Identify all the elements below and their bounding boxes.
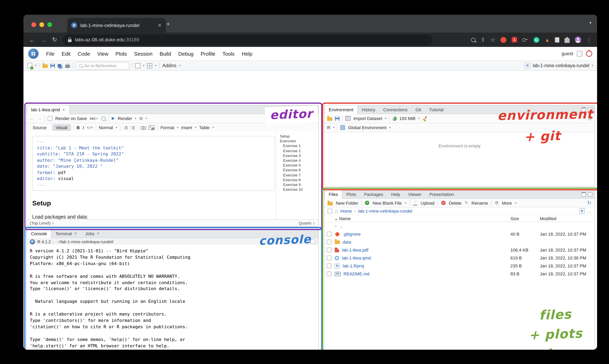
image-icon[interactable] xyxy=(148,125,154,130)
close-tab-icon[interactable]: ✕ xyxy=(158,22,162,28)
upload-button[interactable]: Upload xyxy=(421,200,435,205)
new-tab-button[interactable]: + xyxy=(163,19,173,29)
save-all-icon[interactable] xyxy=(57,64,61,67)
file-checkbox[interactable] xyxy=(327,272,331,276)
menu-item[interactable]: Debug xyxy=(175,49,197,58)
delete-button[interactable]: Delete xyxy=(449,200,462,205)
load-workspace-icon[interactable] xyxy=(327,117,332,121)
sign-out-icon[interactable] xyxy=(577,51,582,56)
file-row[interactable]: .gitignore 40 B Jan 18, 2022, 10:37 PM xyxy=(324,230,595,238)
zoom-window-button[interactable] xyxy=(47,22,52,27)
menu-item[interactable]: Tools xyxy=(219,49,238,58)
addins-chevron-icon[interactable]: ▾ xyxy=(179,64,181,67)
scope-selector[interactable]: (Top Level) ⇕ xyxy=(30,221,54,225)
pane-layout-icon[interactable] xyxy=(147,63,152,68)
bookmark-star-icon[interactable]: ☆ xyxy=(490,37,495,43)
extensions-puzzle-icon[interactable] xyxy=(565,37,570,43)
menu-item[interactable]: Build xyxy=(156,49,175,58)
visual-mode-button[interactable]: Visual xyxy=(53,124,71,131)
profile-avatar[interactable] xyxy=(575,37,581,43)
browser-tab[interactable]: R lab-1-mine-cetinkaya-rundel ✕ xyxy=(67,18,166,33)
new-folder-button[interactable]: New Folder xyxy=(336,200,358,205)
tab-help[interactable]: Help xyxy=(387,190,404,198)
outline-item[interactable]: Exercise 7 xyxy=(280,173,318,177)
format-menu[interactable]: Format xyxy=(160,125,174,130)
project-selector[interactable]: R lab-1-mine-cetinkaya-rundel ▾ xyxy=(525,63,593,68)
file-row[interactable]: lab-1.Rproj 235 B Jan 18, 2022, 10:37 PM xyxy=(324,262,595,270)
memory-usage-label[interactable]: 193 MiB xyxy=(399,116,415,121)
editor-tab[interactable]: lab-1-ikea.qmd ✕ xyxy=(27,105,70,114)
grammarly-extension-icon[interactable]: G xyxy=(533,37,539,43)
close-editor-tab-icon[interactable]: ✕ xyxy=(62,107,66,112)
bullet-list-icon[interactable] xyxy=(123,126,127,129)
outline-item-setup[interactable]: Setup xyxy=(280,134,318,139)
menu-item[interactable]: Help xyxy=(238,49,256,58)
file-checkbox[interactable] xyxy=(327,232,331,236)
column-modified[interactable]: Modified xyxy=(540,216,595,221)
file-row[interactable]: lab-1-ikea.pdf 106.4 KB Jan 18, 2022, 10… xyxy=(324,246,595,254)
file-row[interactable]: data xyxy=(324,238,595,246)
import-dataset-chevron-icon[interactable]: ▾ xyxy=(385,117,386,120)
menu-item[interactable]: Profile xyxy=(197,49,219,58)
file-name-link[interactable]: lab-1-ikea.pdf xyxy=(342,247,368,252)
zoom-icon[interactable] xyxy=(471,38,476,42)
menu-item[interactable]: Edit xyxy=(58,49,74,58)
column-name[interactable]: ▲Name xyxy=(335,216,510,221)
numbered-list-icon[interactable] xyxy=(130,126,134,129)
bold-button[interactable]: B xyxy=(77,125,80,130)
breadcrumb-home[interactable]: Home xyxy=(340,209,352,213)
breadcrumb-more-icon[interactable]: … xyxy=(587,209,592,213)
outline-item[interactable]: Exercise 3 xyxy=(280,153,318,158)
italic-button[interactable]: I xyxy=(82,125,84,130)
outline-item-exercises[interactable]: Exercises xyxy=(280,139,318,143)
render-on-save-checkbox[interactable] xyxy=(48,116,53,121)
addins-button[interactable]: Addins xyxy=(162,63,176,68)
paragraph-style-dropdown[interactable]: Normal xyxy=(99,125,113,130)
breadcrumb-project[interactable]: lab-1-mine-cetinkaya-rundel xyxy=(358,209,412,213)
file-checkbox[interactable] xyxy=(327,256,331,260)
url-omnibox[interactable]: labs-az-08.oit.duke.edu:30189 xyxy=(63,34,433,45)
settings-chevron-icon[interactable]: ▾ xyxy=(146,117,147,120)
source-mode-button[interactable]: Source xyxy=(29,124,50,131)
clear-objects-broom-icon[interactable] xyxy=(422,116,427,121)
save-workspace-icon[interactable] xyxy=(335,116,340,121)
environment-scope-dropdown[interactable]: Global Environment xyxy=(348,125,386,130)
reload-icon[interactable]: ↻ xyxy=(52,36,57,43)
spellcheck-icon[interactable]: ABC✓ xyxy=(90,117,99,120)
file-name-link[interactable]: README.md xyxy=(344,272,370,276)
tab-terminal[interactable]: Terminal✕ xyxy=(52,229,81,238)
tab-presentation[interactable]: Presentation xyxy=(425,190,458,198)
language-chevron-icon[interactable]: ▾ xyxy=(333,126,334,129)
format-chevron-icon[interactable]: ▾ xyxy=(177,126,178,129)
extension-badge-icon[interactable]: 1 xyxy=(512,37,517,42)
file-row[interactable]: lab-1-ikea.qmd 619 B Jan 18, 2022, 10:38… xyxy=(324,254,595,262)
new-file-icon[interactable] xyxy=(27,63,32,68)
file-name-link[interactable]: lab-1.Rproj xyxy=(343,263,364,268)
clipboard-chevron-icon[interactable]: ▾ xyxy=(143,64,144,67)
select-all-checkbox[interactable] xyxy=(328,209,332,213)
import-dataset-button[interactable]: Import Dataset xyxy=(353,116,382,121)
tab-console[interactable]: Console xyxy=(27,229,52,238)
maximize-pane-icon[interactable] xyxy=(588,192,592,196)
clipboard-icon[interactable] xyxy=(135,63,140,68)
file-row[interactable]: README.md 83 B Jan 18, 2022, 10:37 PM xyxy=(324,270,595,278)
tab-environment[interactable]: Environment xyxy=(324,105,358,114)
table-chevron-icon[interactable]: ▾ xyxy=(212,126,214,129)
editor-content[interactable]: --- title: "Lab 1 - Meet the toolkit"sub… xyxy=(27,131,280,220)
menu-item[interactable]: View xyxy=(94,49,112,58)
outline-item[interactable]: Exercise 2 xyxy=(280,148,318,153)
notes-extension-icon[interactable] xyxy=(555,37,559,42)
close-window-button[interactable] xyxy=(31,22,36,27)
new-file-chevron-icon[interactable]: ▾ xyxy=(35,64,36,67)
render-button[interactable]: Render xyxy=(118,116,132,121)
lock-icon[interactable] xyxy=(68,39,71,42)
browser-menu-icon[interactable]: ⋮ xyxy=(586,37,592,43)
column-size[interactable]: Size xyxy=(510,216,540,221)
outline-item[interactable]: Exercise 10 xyxy=(280,187,318,192)
file-name-link[interactable]: .gitignore xyxy=(343,232,361,236)
memory-chevron-icon[interactable]: ▾ xyxy=(418,117,420,120)
refresh-icon[interactable]: ↻ xyxy=(587,200,592,206)
close-terminal-icon[interactable]: ✕ xyxy=(74,231,77,236)
menu-item[interactable]: File xyxy=(42,49,58,58)
pane-layout-chevron-icon[interactable]: ▾ xyxy=(155,64,157,67)
